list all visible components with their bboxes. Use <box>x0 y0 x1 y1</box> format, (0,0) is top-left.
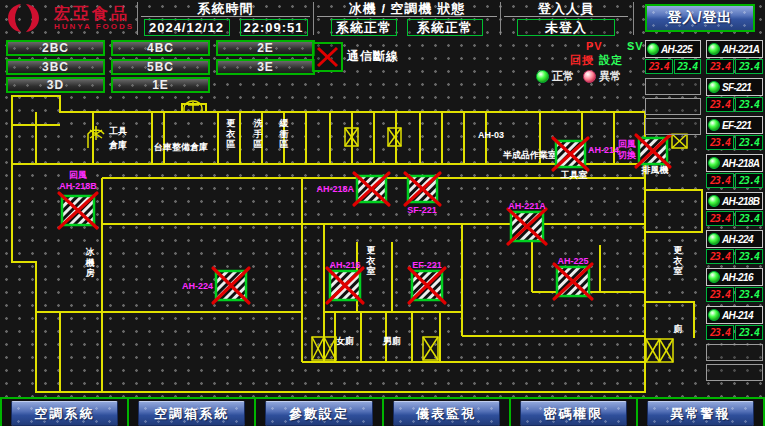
sv-value: 23.4 <box>735 287 763 302</box>
device-name: EF-221 <box>722 120 751 131</box>
equipment-label: AH-214 <box>588 145 619 155</box>
pv-value: 23.4 <box>706 249 734 264</box>
system-clock-value: 22:09:51 <box>240 19 308 36</box>
device-ah-214[interactable]: AH-21423.423.4 <box>706 306 763 340</box>
equipment-marker-rf[interactable]: 回風切換 <box>617 135 670 167</box>
room-label: 台車整備倉庫 <box>154 141 208 152</box>
room-label: 洗手區 <box>253 118 264 149</box>
equipment-marker-ah-214[interactable]: AH-214 <box>553 138 619 170</box>
device-name: AH-214 <box>722 310 753 321</box>
ahu-status-value: 系統正常 <box>407 19 483 36</box>
abnormal-led-icon <box>583 70 596 83</box>
stair-symbol <box>423 337 438 360</box>
device-ah-224[interactable]: AH-22423.423.4 <box>706 230 763 264</box>
equipment-marker-ah-218b[interactable]: 回風AH-218B <box>59 170 97 228</box>
floor-button-5bc[interactable]: 5BC <box>111 59 210 75</box>
device-ah-225[interactable]: AH-22523.423.4 <box>645 40 701 74</box>
device-ah-218a[interactable]: AH-218A23.423.4 <box>706 154 763 188</box>
sv-value: 23.4 <box>674 59 702 74</box>
nav-meter-monitor[interactable]: 儀表監視 <box>393 401 500 426</box>
device-name: AH-224 <box>722 234 753 245</box>
nav-parameter-settings[interactable]: 參數設定 <box>265 401 372 426</box>
equipment-label: SF-221 <box>407 205 437 215</box>
system-time-section: 系統時間 2024/12/12 22:09:51 <box>139 1 312 36</box>
device-status-led-icon <box>708 309 720 321</box>
machine-status-section: 冰機 / 空調機 狀態 系統正常 系統正常 <box>315 1 499 36</box>
device-status-led-icon <box>708 195 720 207</box>
nav-cell: 異常警報 <box>636 399 765 426</box>
normal-label: 正常 <box>552 69 574 84</box>
pv-value: 23.4 <box>706 173 734 188</box>
equipment-marker-ah-216[interactable]: AH-216 <box>327 260 363 303</box>
device-status-led-icon <box>708 119 720 131</box>
brand-name: 宏亞食品 <box>54 5 134 22</box>
nav-password-auth[interactable]: 密碼權限 <box>520 401 627 426</box>
chiller-status-value: 系統正常 <box>331 19 397 36</box>
pv-value: 23.4 <box>706 59 734 74</box>
pv-name-label: 回授 <box>570 53 594 68</box>
equipment-marker-ef-221[interactable]: EF-221 <box>409 260 445 303</box>
nav-hvac-system[interactable]: 空調系統 <box>11 401 118 426</box>
pv-value: 23.4 <box>706 135 734 150</box>
comm-disconnect-icon <box>312 42 343 72</box>
floor-button-3bc[interactable]: 3BC <box>6 59 105 75</box>
equipment-marker-ah-225[interactable]: AH-225 <box>554 256 592 299</box>
device-ah-221a[interactable]: AH-221A23.423.4 <box>706 40 763 74</box>
equipment-marker-sf-221[interactable]: SF-221 <box>405 173 440 215</box>
room-label: 男廁 <box>382 336 401 346</box>
empty-device-slot <box>645 98 701 115</box>
brand-name-en: HUNYA FOODS <box>54 22 134 31</box>
nav-cell: 空調箱系統 <box>127 399 254 426</box>
pv-header: PV <box>586 40 603 52</box>
floor-button-3e[interactable]: 3E <box>216 59 315 75</box>
room-label: 女廁 <box>335 336 354 346</box>
equipment-marker-ah-224[interactable]: AH-224 <box>182 268 249 303</box>
normal-led-icon <box>536 70 549 83</box>
floor-button-4bc[interactable]: 4BC <box>111 40 210 56</box>
bottom-nav: 空調系統空調箱系統參數設定儀表監視密碼權限異常警報 <box>0 397 765 426</box>
sv-value: 23.4 <box>735 211 763 226</box>
room-label: 工具 <box>109 126 127 136</box>
pv-value: 23.4 <box>706 287 734 302</box>
comm-alarm-label: 通信斷線 <box>347 48 399 65</box>
sv-value: 23.4 <box>735 249 763 264</box>
room-label: 倉庫 <box>108 139 127 150</box>
room-label: 半成品作業室 <box>502 150 557 160</box>
device-name: AH-216 <box>722 272 753 283</box>
room-label: 排風機 <box>641 165 669 175</box>
login-user-value: 未登入 <box>517 19 615 36</box>
header-bar: 宏亞食品 HUNYA FOODS 系統時間 2024/12/12 22:09:5… <box>0 0 765 38</box>
sv-header: SV <box>627 40 644 52</box>
equipment-label: 切換 <box>617 150 637 160</box>
comm-alarm: 通信斷線 <box>312 42 399 72</box>
floor-button-3d[interactable]: 3D <box>6 77 105 93</box>
header-divider <box>137 2 138 35</box>
equipment-label: EF-221 <box>412 260 442 270</box>
device-status-led-icon <box>708 233 720 245</box>
device-ef-221[interactable]: EF-22123.423.4 <box>706 116 763 150</box>
device-column-left: AH-22523.423.4 <box>645 40 701 138</box>
floor-button-2bc[interactable]: 2BC <box>6 40 105 56</box>
equipment-label: AH-218B <box>59 181 97 191</box>
nav-ahu-system[interactable]: 空調箱系統 <box>138 401 245 426</box>
brand-logo-icon <box>6 2 48 34</box>
login-logout-button[interactable]: 登入/登出 <box>645 4 755 32</box>
device-ah-216[interactable]: AH-21623.423.4 <box>706 268 763 302</box>
equipment-label: 回風 <box>618 139 636 149</box>
sv-value: 23.4 <box>735 97 763 112</box>
nav-alarm[interactable]: 異常警報 <box>647 401 754 426</box>
login-label: 登入人員 <box>502 1 630 16</box>
header-divider <box>633 2 634 35</box>
divider <box>141 16 310 17</box>
device-ah-218b[interactable]: AH-218B23.423.4 <box>706 192 763 226</box>
floor-button-1e[interactable]: 1E <box>111 77 210 93</box>
room-label: 廁 <box>673 324 683 334</box>
floor-button-2e[interactable]: 2E <box>216 40 315 56</box>
pv-value: 23.4 <box>645 59 673 74</box>
device-name: AH-218B <box>722 196 759 207</box>
equipment-label: AH-224 <box>182 281 213 291</box>
equipment-marker-ah-221a[interactable]: AH-221A <box>508 201 546 244</box>
device-sf-221[interactable]: SF-22123.423.4 <box>706 78 763 112</box>
stair-icon <box>88 126 104 148</box>
divider <box>317 16 497 17</box>
